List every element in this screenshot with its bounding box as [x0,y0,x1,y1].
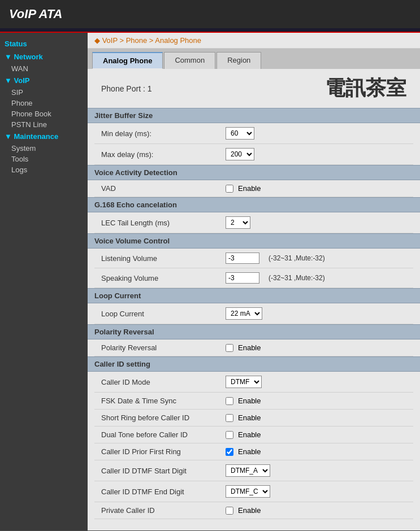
row-min-delay: Min delay (ms): 604080100 [94,123,413,144]
row-max-delay: Max delay (ms): 200100150250 [94,144,413,165]
row-dtmf-start: Caller ID DTMF Start Digit DTMF_ADTMF_BD… [94,460,413,481]
watermark-text: 電訊茶室 [325,75,406,102]
polarity-reversal-label: Polarity Reversal [101,343,226,352]
fsk-datetime-checkbox[interactable] [226,397,233,405]
speaking-volume-control: (-32~31 ,Mute:-32) [226,272,325,284]
section-caller-id: Caller ID setting [88,356,420,372]
dtmf-end-select[interactable]: DTMF_CDTMF_ADTMF_BDTMF_D [226,485,270,498]
tab-analog-phone[interactable]: Analog Phone [92,52,163,69]
sidebar: Status ▼ Network WAN ▼ VoIP SIP Phone Ph… [0,33,88,530]
loop-current-control: 22 mA25 mA30 mA [226,307,262,320]
sidebar-item-maintenance[interactable]: ▼ Maintenance [0,130,88,143]
private-caller-checkbox[interactable] [226,507,233,515]
sidebar-item-sip[interactable]: SIP [0,87,88,98]
vad-control: Enable [226,184,261,193]
section-echo: G.168 Echo cancelation [88,197,420,212]
sidebar-item-phone[interactable]: Phone [0,98,88,108]
fsk-datetime-control: Enable [226,397,261,405]
private-caller-control: Enable [226,506,261,515]
content-area: ◆ VoIP > Phone > Analog Phone Analog Pho… [88,33,420,530]
row-listening-volume: Listening Volume (-32~31 ,Mute:-32) [94,249,413,268]
private-caller-enable-label: Enable [238,506,261,515]
caller-id-mode-select[interactable]: DTMFFSK [226,376,262,388]
dtmf-start-label: Caller ID DTMF Start Digit [101,467,226,475]
speaking-volume-input[interactable] [226,272,259,284]
min-delay-label: Min delay (ms): [101,129,226,138]
caller-id-mode-control: DTMFFSK [226,376,262,388]
caller-id-prior-label: Caller ID Prior First Ring [101,447,226,456]
sidebar-item-logs[interactable]: Logs [0,164,88,175]
sidebar-item-pstnline[interactable]: PSTN Line [0,119,88,130]
dual-tone-checkbox[interactable] [226,431,233,439]
sidebar-item-system[interactable]: System [0,143,88,154]
short-ring-enable-label: Enable [238,414,261,422]
row-speaking-volume: Speaking Volume (-32~31 ,Mute:-32) [94,268,413,288]
vad-label: VAD [101,184,226,193]
listening-volume-hint: (-32~31 ,Mute:-32) [269,254,325,262]
polarity-enable-label: Enable [238,343,261,352]
max-delay-label: Max delay (ms): [101,150,226,159]
min-delay-select[interactable]: 604080100 [226,127,254,140]
tabs-bar: Analog Phone Common Region [88,49,420,69]
section-jitter-buffer: Jitter Buffer Size [88,108,420,123]
caller-id-prior-checkbox[interactable] [226,448,233,456]
dtmf-end-label: Caller ID DTMF End Digit [101,488,226,496]
row-loop-current: Loop Current 22 mA25 mA30 mA [94,303,413,324]
listening-volume-label: Listening Volume [101,254,226,263]
main-layout: Status ▼ Network WAN ▼ VoIP SIP Phone Ph… [0,33,420,530]
dual-tone-control: Enable [226,430,261,439]
section-polarity: Polarity Reversal [88,324,420,340]
listening-volume-control: (-32~31 ,Mute:-32) [226,253,325,264]
row-dual-tone: Dual Tone before Caller ID Enable [94,426,413,443]
dual-tone-label: Dual Tone before Caller ID [101,430,226,439]
arrow-icon-maint: ▼ [5,132,14,141]
nav-bar [0,28,420,33]
dual-tone-enable-label: Enable [238,430,261,439]
form-area: Phone Port : 1 電訊茶室 Jitter Buffer Size M… [88,69,420,530]
caller-id-prior-enable-label: Enable [238,447,261,456]
short-ring-control: Enable [226,414,261,422]
arrow-icon: ▼ [5,53,14,61]
row-private-caller: Private Caller ID Enable [94,502,413,519]
caller-id-prior-control: Enable [226,447,261,456]
vad-checkbox[interactable] [226,185,233,193]
app-header: VoIP ATA [0,0,420,28]
row-caller-id-prior: Caller ID Prior First Ring Enable [94,443,413,460]
dtmf-start-select[interactable]: DTMF_ADTMF_BDTMF_CDTMF_D [226,464,270,477]
loop-current-select[interactable]: 22 mA25 mA30 mA [226,307,262,320]
tab-common[interactable]: Common [164,52,215,69]
fsk-datetime-label: FSK Date & Time Sync [101,397,226,405]
phone-port-label: Phone Port : 1 [101,84,152,93]
phone-port-header: Phone Port : 1 電訊茶室 [94,69,413,108]
section-vad: Voice Activity Detection [88,165,420,180]
max-delay-select[interactable]: 200100150250 [226,148,254,160]
sidebar-item-wan[interactable]: WAN [0,63,88,74]
breadcrumb: ◆ VoIP > Phone > Analog Phone [88,33,420,49]
sidebar-item-network[interactable]: ▼ Network [0,50,88,63]
short-ring-checkbox[interactable] [226,414,233,422]
arrow-icon-voip: ▼ [5,76,14,85]
fsk-enable-label: Enable [238,397,261,405]
section-volume: Voice Volume Control [88,233,420,249]
row-fsk-datetime: FSK Date & Time Sync Enable [94,393,413,410]
min-delay-control: 604080100 [226,127,254,140]
private-caller-label: Private Caller ID [101,506,226,515]
loop-current-label: Loop Current [101,310,226,318]
vad-enable-label: Enable [238,184,261,193]
section-loop-current: Loop Current [88,288,420,303]
sidebar-item-phonebook[interactable]: Phone Book [0,108,88,119]
short-ring-label: Short Ring before Caller ID [101,414,226,422]
listening-volume-input[interactable] [226,253,259,264]
dtmf-end-control: DTMF_CDTMF_ADTMF_BDTMF_D [226,485,270,498]
breadcrumb-diamond: ◆ [94,36,100,45]
breadcrumb-path: VoIP > Phone > Analog Phone [102,36,201,45]
sidebar-item-status[interactable]: Status [0,37,88,50]
sidebar-item-voip[interactable]: ▼ VoIP [0,74,88,87]
lec-select[interactable]: 24816 [226,216,250,229]
caller-id-mode-label: Caller ID Mode [101,378,226,386]
polarity-reversal-checkbox[interactable] [226,344,233,352]
polarity-reversal-control: Enable [226,343,261,352]
lec-control: 24816 [226,216,250,229]
sidebar-item-tools[interactable]: Tools [0,154,88,164]
tab-region[interactable]: Region [217,52,261,69]
